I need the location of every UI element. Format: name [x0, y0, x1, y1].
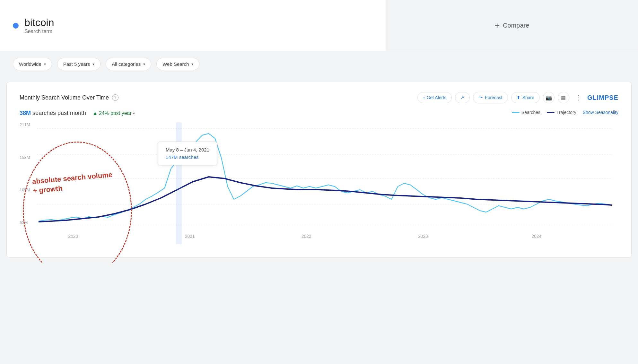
chevron-down-icon: ▾ [143, 62, 145, 66]
chevron-down-icon: ▾ [191, 62, 193, 66]
get-alerts-button[interactable]: + Get Alerts [417, 92, 452, 103]
forecast-button[interactable]: 〜 Forecast [473, 92, 508, 103]
svg-text:2023: 2023 [418, 234, 428, 239]
chart-header: Monthly Search Volume Over Time ? + Get … [20, 92, 618, 103]
growth-triangle-icon: ▲ [92, 110, 98, 116]
compare-box[interactable]: + Compare [386, 0, 638, 51]
legend-searches-label: Searches [521, 110, 540, 115]
stats-row: 38M searches past month ▲ 24% past year … [20, 110, 135, 117]
compare-button[interactable]: + Compare [495, 21, 529, 30]
filter-time-label: Past 5 years [63, 61, 90, 67]
chart-svg: 2020 2021 2022 2023 2024 [20, 122, 618, 244]
legend-searches: Searches [512, 110, 540, 115]
legend-line-trajectory [547, 112, 555, 113]
search-term-box: bitcoin Search term [0, 0, 386, 51]
filter-time[interactable]: Past 5 years ▾ [57, 58, 101, 70]
tooltip-value: 147M searches [166, 154, 209, 160]
filter-type[interactable]: Web Search ▾ [156, 58, 199, 70]
share-icon: ⬆ [517, 95, 520, 100]
show-seasonality-link[interactable]: Show Seasonality [583, 110, 618, 115]
chart-container: 211M 158M 105M 53M May 8 – Jun 4, 2021 1… [20, 122, 618, 244]
table-icon: ▦ [561, 95, 566, 101]
searches-label: searches past month [32, 110, 86, 116]
chart-actions: + Get Alerts ↗ 〜 Forecast ⬆ Share 📷 ▦ ⋮ … [417, 92, 618, 103]
filter-category[interactable]: All categories ▾ [106, 58, 151, 70]
legend-trajectory-label: Trajectory [556, 110, 576, 115]
table-icon-button[interactable]: ▦ [558, 92, 569, 103]
filter-category-label: All categories [112, 61, 141, 67]
glimpse-logo: GLIMPSE [587, 94, 618, 101]
filter-region-label: Worldwide [19, 61, 41, 67]
chart-title: Monthly Search Volume Over Time [20, 94, 109, 101]
search-term-name: bitcoin [24, 17, 54, 29]
filter-region[interactable]: Worldwide ▾ [13, 58, 52, 70]
filter-type-label: Web Search [162, 61, 189, 67]
chevron-down-icon: ▾ [92, 62, 94, 66]
svg-text:2020: 2020 [68, 234, 78, 239]
search-term-type: Search term [24, 29, 52, 34]
external-link-icon: ↗ [460, 95, 464, 100]
search-dot [13, 23, 19, 29]
chart-tooltip: May 8 – Jun 4, 2021 147M searches [158, 142, 217, 165]
forecast-label: Forecast [485, 95, 502, 100]
searches-count: 38M searches past month [20, 110, 86, 117]
growth-year-label: past year [110, 110, 132, 116]
more-options-button[interactable]: ⋮ [572, 92, 584, 103]
share-label: Share [522, 95, 534, 100]
svg-text:2021: 2021 [185, 234, 195, 239]
help-icon[interactable]: ? [112, 94, 118, 101]
forecast-icon: 〜 [478, 95, 483, 100]
external-link-button[interactable]: ↗ [455, 92, 470, 103]
legend-line-searches [512, 112, 520, 113]
tooltip-highlight [176, 122, 182, 244]
share-button[interactable]: ⬆ Share [511, 92, 540, 103]
growth-chevron-icon[interactable]: ▾ [133, 111, 135, 116]
chart-title-area: Monthly Search Volume Over Time ? [20, 94, 118, 101]
chart-section: Monthly Search Volume Over Time ? + Get … [6, 82, 632, 257]
chevron-down-icon: ▾ [44, 62, 46, 66]
filters-bar: Worldwide ▾ Past 5 years ▾ All categorie… [0, 51, 638, 77]
search-term-text: bitcoin Search term [24, 17, 54, 34]
legend-trajectory: Trajectory [547, 110, 576, 115]
searches-number: 38M [20, 110, 31, 116]
svg-text:2022: 2022 [302, 234, 311, 239]
camera-icon-button[interactable]: 📷 [543, 92, 555, 103]
legend-area: Searches Trajectory Show Seasonality [512, 110, 618, 115]
tooltip-date: May 8 – Jun 4, 2021 [166, 147, 209, 152]
growth-percent: 24% [99, 110, 109, 116]
compare-label: Compare [503, 22, 529, 29]
growth-badge: ▲ 24% past year ▾ [92, 110, 135, 116]
get-alerts-label: + Get Alerts [423, 95, 447, 100]
svg-text:2024: 2024 [532, 234, 542, 239]
camera-icon: 📷 [546, 95, 552, 101]
compare-plus-icon: + [495, 21, 500, 30]
